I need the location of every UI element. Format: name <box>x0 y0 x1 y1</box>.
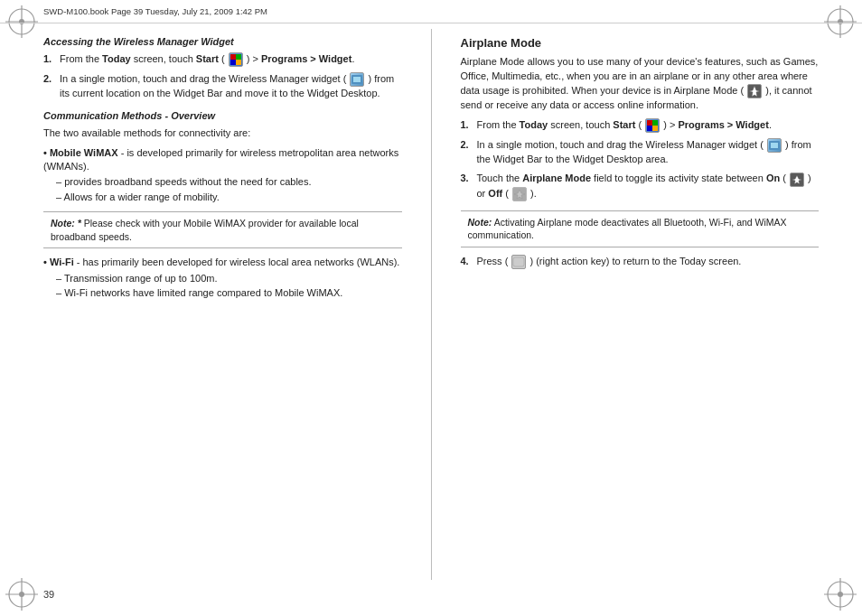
step-2: 2. In a single motion, touch and drag th… <box>43 72 402 100</box>
svg-marker-29 <box>792 175 802 184</box>
note-label-airplane: Note: <box>468 217 492 228</box>
svg-rect-25 <box>647 126 652 131</box>
airplane-step-2: 2. In a single motion, touch and drag th… <box>461 138 820 166</box>
wireless-icon-left <box>350 72 364 87</box>
svg-rect-17 <box>236 54 241 60</box>
svg-rect-31 <box>513 257 524 266</box>
start-icon-left-1 <box>229 52 243 67</box>
column-divider <box>431 29 432 580</box>
svg-rect-18 <box>230 60 236 65</box>
section-title-accessing: Accessing the Wireless Manager Widget <box>43 36 402 47</box>
wifi-sub1: Transmission range of up to 100m. <box>56 272 402 285</box>
action-key-icon <box>511 255 526 269</box>
svg-rect-19 <box>236 60 241 65</box>
wimax-sub1: provides broadband speeds without the ne… <box>56 175 402 189</box>
note-text-wimax: Please check with your Mobile WiMAX prov… <box>51 218 359 242</box>
airplane-steps: 1. From the Today screen, touch Start ( … <box>461 118 820 201</box>
wireless-icon-right <box>767 138 782 153</box>
note-label-wimax: Note: * <box>51 218 81 229</box>
wifi-sub2: Wi-Fi networks have limited range compar… <box>56 286 402 300</box>
airplane-step-4: 4. Press ( ) (right action key) to retur… <box>461 255 820 269</box>
right-column: Airplane Mode Airplane Mode allows you t… <box>461 29 820 580</box>
airplane-step-3: 3. Touch the Airplane Mode field to togg… <box>461 172 820 201</box>
svg-rect-24 <box>652 120 658 126</box>
airplane-step-1: 1. From the Today screen, touch Start ( … <box>461 118 820 133</box>
bullet-wifi: Wi-Fi - has primarily been developed for… <box>43 256 402 300</box>
comm-intro: The two available methods for connectivi… <box>43 126 402 141</box>
step-1: 1. From the Today screen, touch Start ( … <box>43 52 402 67</box>
header-text: SWD-M100.book Page 39 Tuesday, July 21, … <box>43 6 267 16</box>
airplane-on-icon <box>790 173 804 187</box>
wimax-sub2: Allows for a wider range of mobility. <box>56 191 402 204</box>
section-title-airplane: Airplane Mode <box>461 36 820 50</box>
svg-rect-28 <box>771 143 778 148</box>
bullet-wimax: Mobile WiMAX - is developed primarily fo… <box>43 146 402 205</box>
svg-point-11 <box>19 592 24 597</box>
wifi-bullet: Wi-Fi - has primarily been developed for… <box>43 256 402 269</box>
header-bar: SWD-M100.book Page 39 Tuesday, July 21, … <box>0 0 862 23</box>
svg-rect-21 <box>353 77 361 82</box>
airplane-icon-intro <box>747 84 762 98</box>
note-box-wimax: Note: * Please check with your Mobile Wi… <box>43 211 402 248</box>
section-title-comm: Communication Methods - Overview <box>43 110 402 121</box>
accessing-steps: 1. From the Today screen, touch Start ( … <box>43 52 402 101</box>
svg-rect-23 <box>647 120 652 126</box>
wimax-bullet: Mobile WiMAX - is developed primarily fo… <box>43 146 402 174</box>
corner-mark-bl <box>5 578 38 611</box>
svg-rect-26 <box>652 126 658 131</box>
note-text-airplane: Activating Airplane mode deactivates all… <box>468 217 787 241</box>
airplane-off-icon <box>512 187 527 201</box>
airplane-intro: Airplane Mode allows you to use many of … <box>461 55 820 113</box>
note-box-airplane: Note: Activating Airplane mode deactivat… <box>461 210 820 247</box>
svg-marker-30 <box>514 190 525 199</box>
start-icon-right-1 <box>645 118 660 133</box>
svg-point-15 <box>838 592 843 597</box>
svg-rect-16 <box>230 54 236 60</box>
page-number: 39 <box>43 589 54 600</box>
left-column: Accessing the Wireless Manager Widget 1.… <box>43 29 402 580</box>
corner-mark-br <box>824 578 857 611</box>
airplane-step-4-container: 4. Press ( ) (right action key) to retur… <box>461 255 820 269</box>
svg-marker-22 <box>749 86 760 97</box>
content-area: Accessing the Wireless Manager Widget 1.… <box>43 29 819 580</box>
